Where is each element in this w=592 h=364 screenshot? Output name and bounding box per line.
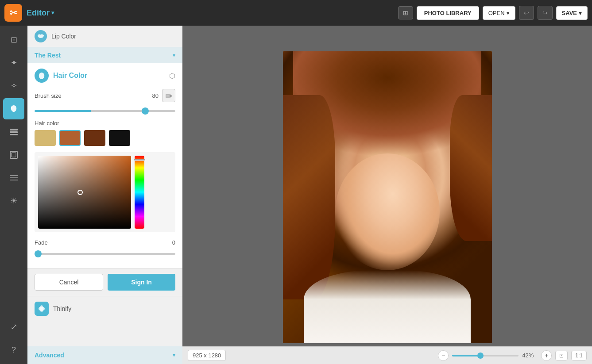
undo-icon: ↩	[524, 9, 529, 16]
texture-icon	[9, 173, 19, 183]
fade-row: Fade 0	[35, 239, 175, 246]
erase-button[interactable]	[162, 89, 175, 102]
top-bar-center: ⊞ PHOTO LIBRARY OPEN ▾ ↩ ↪ SAVE ▾	[398, 6, 588, 20]
brush-size-label: Brush size	[35, 92, 62, 99]
hue-indicator	[134, 159, 145, 161]
one-one-button[interactable]: 1:1	[571, 351, 587, 360]
thinify-icon	[35, 302, 49, 316]
svg-rect-4	[12, 153, 16, 157]
frame-icon	[9, 150, 18, 159]
action-buttons: Cancel Sign In	[27, 268, 182, 296]
fade-slider[interactable]	[35, 253, 175, 255]
photo-overlay	[283, 51, 492, 343]
open-button[interactable]: OPEN ▾	[483, 6, 515, 20]
iconbar-item-frame[interactable]	[3, 144, 24, 165]
zoom-minus-button[interactable]: −	[438, 350, 449, 361]
hair-color-icon	[35, 69, 49, 83]
redo-icon: ↪	[542, 9, 548, 16]
zoom-plus-icon: +	[545, 352, 548, 359]
save-button[interactable]: SAVE ▾	[556, 6, 588, 20]
swatch-blonde[interactable]	[35, 130, 56, 146]
iconbar-item-expand[interactable]: ⤢	[3, 316, 24, 337]
hair-color-palette-label: Hair color	[35, 120, 175, 126]
eraser-icon	[165, 92, 172, 99]
iconbar-item-texture[interactable]	[3, 167, 24, 188]
svg-point-12	[40, 305, 43, 312]
advanced-chevron: ▾	[173, 352, 175, 358]
toggle-panels-button[interactable]: ⊞	[398, 6, 413, 19]
zoom-percent: 42%	[522, 352, 538, 359]
toggle-panels-icon: ⊞	[403, 9, 408, 16]
brush-size-slider-container	[35, 106, 175, 114]
fit-icon: ⊡	[559, 353, 564, 359]
open-chevron: ▾	[507, 10, 510, 16]
main-area: ⊡ ✦ ✧	[0, 26, 592, 364]
iconbar-item-hair[interactable]	[3, 98, 24, 119]
zoom-controls: − 42% + ⊡ 1:1	[438, 350, 587, 361]
side-panel: Lip Color The Rest ▾ Hair Color ⬡	[27, 26, 182, 364]
layers-icon	[9, 127, 19, 137]
svg-rect-2	[10, 134, 18, 135]
fade-value: 0	[172, 239, 175, 246]
the-rest-chevron: ▾	[173, 52, 175, 58]
iconbar-item-layers[interactable]	[3, 121, 24, 142]
svg-rect-1	[10, 131, 18, 133]
image-dimensions: 925 x 1280	[188, 350, 226, 361]
zoom-slider[interactable]	[452, 355, 518, 356]
the-rest-label: The Rest	[35, 52, 61, 59]
hair-color-left: Hair Color	[35, 69, 87, 83]
iconbar-item-help[interactable]: ?	[3, 339, 24, 360]
zoom-minus-icon: −	[441, 352, 445, 359]
bottom-bar: 925 x 1280 − 42% + ⊡ 1:1	[182, 346, 592, 364]
swatch-black[interactable]	[109, 130, 130, 146]
the-rest-section-header[interactable]: The Rest ▾	[27, 47, 182, 63]
external-link-icon[interactable]: ⬡	[169, 72, 175, 80]
color-gradient-picker[interactable]	[38, 156, 131, 229]
thinify-label: Thinify	[53, 305, 71, 312]
lip-color-label: Lip Color	[51, 33, 76, 40]
iconbar-item-adjust[interactable]: ✦	[3, 52, 24, 73]
svg-rect-3	[10, 151, 17, 158]
redo-button[interactable]: ↪	[538, 6, 553, 20]
color-picker-area	[35, 152, 175, 232]
editor-title: Editor ▾	[27, 8, 54, 18]
canvas-area: 925 x 1280 − 42% + ⊡ 1:1	[182, 26, 592, 364]
fade-label: Fade	[35, 239, 48, 246]
svg-rect-0	[10, 129, 18, 130]
editor-title-text: Editor	[27, 8, 50, 18]
top-bar: ✂ Editor ▾ ⊞ PHOTO LIBRARY OPEN ▾ ↩ ↪ SA…	[0, 0, 592, 26]
hair-color-section: Hair Color ⬡ Brush size 80	[27, 63, 182, 268]
brush-size-value: 80	[152, 92, 159, 99]
iconbar-item-magic[interactable]: ✧	[3, 75, 24, 96]
fade-slider-container	[35, 249, 175, 257]
cancel-button[interactable]: Cancel	[35, 274, 103, 291]
app-logo: ✂	[4, 4, 22, 22]
photo-library-button[interactable]: PHOTO LIBRARY	[417, 6, 479, 20]
iconbar-item-crop[interactable]: ⊡	[3, 29, 24, 50]
editor-title-chevron[interactable]: ▾	[51, 10, 54, 16]
signin-button[interactable]: Sign In	[108, 274, 175, 291]
photo-container	[283, 51, 492, 343]
color-hue-bar[interactable]	[135, 156, 144, 229]
lip-color-item[interactable]: Lip Color	[27, 26, 182, 47]
photo-image	[283, 51, 492, 343]
swatches-row	[35, 130, 175, 146]
save-chevron: ▾	[579, 10, 582, 16]
lip-color-icon	[35, 30, 47, 42]
zoom-plus-button[interactable]: +	[541, 350, 552, 361]
advanced-section-header[interactable]: Advanced ▾	[27, 346, 182, 364]
iconbar-item-light[interactable]: ☀	[3, 190, 24, 211]
hair-section-icon	[37, 72, 46, 80]
hair-color-header: Hair Color ⬡	[35, 69, 175, 83]
hair-color-title: Hair Color	[53, 72, 87, 80]
thinify-item[interactable]: Thinify	[27, 296, 182, 321]
thinify-icon-svg	[37, 304, 46, 313]
swatch-dark-brown[interactable]	[84, 130, 105, 146]
advanced-label: Advanced	[35, 352, 64, 359]
brush-size-slider[interactable]	[35, 110, 175, 112]
fit-button[interactable]: ⊡	[555, 351, 568, 360]
icon-bar: ⊡ ✦ ✧	[0, 26, 27, 364]
app-logo-icon: ✂	[10, 8, 17, 18]
swatch-brown[interactable]	[59, 130, 81, 146]
undo-button[interactable]: ↩	[519, 6, 534, 20]
